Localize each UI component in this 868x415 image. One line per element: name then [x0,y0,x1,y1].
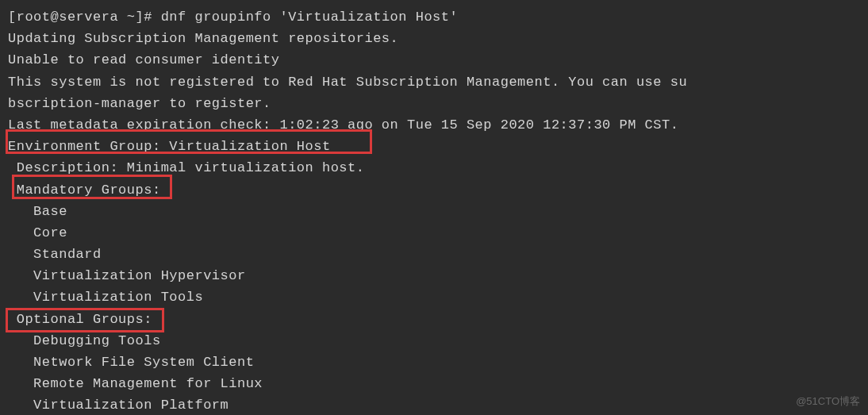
output-line: This system is not registered to Red Hat… [8,71,860,93]
command-text: dnf groupinfo 'Virtualization Host' [152,10,458,25]
mandatory-group-item: Standard [8,244,860,265]
optional-groups-header: Optional Groups: [8,309,860,330]
optional-group-item: Network File System Client [8,352,860,373]
watermark-text: @51CTO博客 [796,394,860,410]
mandatory-group-item: Core [8,222,860,244]
optional-group-item: Debugging Tools [8,330,860,352]
optional-group-item: Virtualization Platform [8,394,860,415]
environment-group-line: Environment Group: Virtualization Host [8,136,860,157]
mandatory-group-item: Base [8,201,860,222]
output-line: Updating Subscription Management reposit… [8,28,860,49]
mandatory-groups-header: Mandatory Groups: [8,179,860,201]
mandatory-group-item: Virtualization Hypervisor [8,265,860,286]
prompt-line: [root@servera ~]# dnf groupinfo 'Virtual… [8,6,860,28]
output-line: Unable to read consumer identity [8,49,860,71]
description-line: Description: Minimal virtualization host… [8,157,860,179]
output-line: Last metadata expiration check: 1:02:23 … [8,114,860,136]
optional-group-item: Remote Management for Linux [8,373,860,394]
output-line: bscription-manager to register. [8,93,860,114]
prompt-userhost: [root@servera ~]# [8,10,152,25]
mandatory-group-item: Virtualization Tools [8,286,860,308]
